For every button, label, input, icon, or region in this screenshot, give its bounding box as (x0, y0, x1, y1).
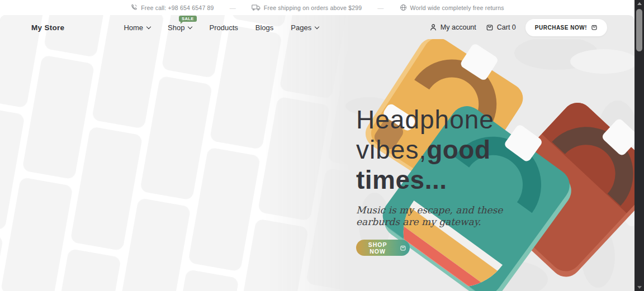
topbar-separator: — (230, 4, 236, 11)
nav-item-label: Home (124, 23, 143, 32)
nav-item-label: Pages (291, 23, 311, 32)
purchase-now-button[interactable]: PURCHASE NOW! (525, 19, 607, 36)
nav-item-label: Blogs (255, 23, 274, 32)
scroll-up-icon (637, 2, 642, 5)
nav-item-label: Products (209, 23, 238, 32)
hero-subtitle-line2: earburds are my gateway. (356, 216, 481, 227)
shop-now-label: SHOP NOW (359, 241, 396, 255)
my-account-link[interactable]: My account (429, 23, 476, 31)
hero-title: Headphone vibes,good times... (356, 104, 541, 195)
hero-subtitle: Music is my escape, and these earburds a… (356, 204, 541, 228)
hero-title-line2-regular: vibes, (356, 135, 427, 164)
cart-link[interactable]: Cart 0 (486, 23, 516, 31)
sale-badge: SALE (179, 16, 197, 22)
background-tile-pattern (0, 15, 363, 291)
hero-section: My Store Home Shop SALE Products Blogs (0, 15, 634, 291)
my-account-label: My account (441, 23, 476, 31)
chevron-down-icon (315, 24, 319, 28)
chevron-down-icon (146, 24, 151, 28)
purchase-now-label: PURCHASE NOW! (535, 25, 587, 31)
globe-icon (400, 4, 407, 11)
hero-subtitle-line1: Music is my escape, and these (356, 204, 503, 216)
topbar-label: Free call: +98 654 6547 89 (141, 4, 214, 11)
scroll-down-button[interactable] (634, 283, 644, 291)
bag-icon (591, 24, 598, 31)
bag-icon (400, 245, 406, 251)
hero-content: Headphone vibes,good times... Music is m… (356, 104, 541, 256)
nav-item-pages[interactable]: Pages (291, 23, 319, 32)
page: Free call: +98 654 6547 89 — Free shippi… (0, 0, 634, 291)
scroll-down-icon (637, 286, 642, 289)
nav-item-label: Shop (168, 23, 184, 32)
phone-icon (130, 4, 138, 11)
topbar-label: Free shipping on orders above $299 (264, 4, 362, 11)
truck-icon (252, 4, 261, 11)
nav-item-products[interactable]: Products (209, 23, 238, 32)
cart-icon (486, 23, 494, 31)
topbar-item-free-returns: World wide completely free returns (400, 4, 504, 11)
nav-item-shop[interactable]: Shop SALE (168, 23, 192, 32)
hero-title-line3-bold: times... (356, 165, 447, 194)
scrollbar[interactable] (634, 0, 644, 291)
store-logo[interactable]: My Store (31, 23, 64, 32)
hero-title-line2-bold: good (427, 135, 490, 164)
main-nav: My Store Home Shop SALE Products Blogs (0, 15, 634, 40)
cart-label: Cart 0 (497, 23, 516, 31)
nav-item-blogs[interactable]: Blogs (255, 23, 274, 32)
topbar-label: World wide completely free returns (410, 4, 504, 11)
shop-now-button[interactable]: SHOP NOW (356, 240, 410, 256)
topbar: Free call: +98 654 6547 89 — Free shippi… (0, 0, 634, 15)
nav-menu: Home Shop SALE Products Blogs Pages (124, 23, 319, 32)
topbar-item-free-shipping: Free shipping on orders above $299 (252, 4, 362, 11)
scrollbar-thumb[interactable] (636, 9, 642, 51)
scroll-up-button[interactable] (634, 0, 644, 8)
chevron-down-icon (188, 24, 192, 28)
hero-title-line1: Headphone (356, 105, 494, 134)
topbar-item-free-call: Free call: +98 654 6547 89 (130, 4, 214, 11)
nav-item-home[interactable]: Home (124, 23, 150, 32)
user-icon (429, 23, 437, 31)
topbar-separator: — (377, 4, 383, 11)
nav-right-group: My account Cart 0 PURCHASE NOW! (429, 19, 607, 36)
